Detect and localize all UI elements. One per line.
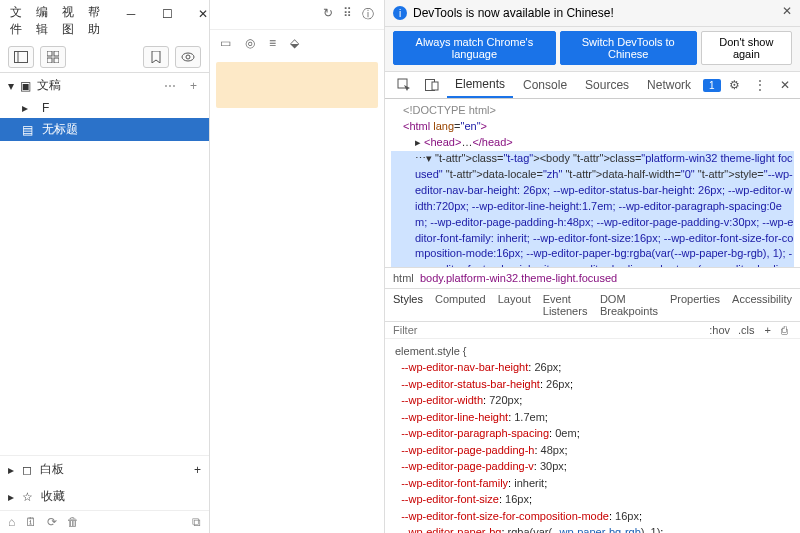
favorites-label: 收藏 [41,488,65,505]
switch-chinese-button[interactable]: Switch DevTools to Chinese [560,31,697,65]
menu-bar: 文件 编辑 视图 帮助 ─ ☐ ✕ [0,0,209,42]
sidebar-footer: ▸ ◻ 白板 + ▸ ☆ 收藏 ⌂ 🗓 ⟳ 🗑 ⧉ [0,455,209,533]
menu-help[interactable]: 帮助 [88,4,100,38]
dom-head[interactable]: ▸ <head>…</head> [391,135,794,151]
editor-mode-icons: ▭ ◎ ≡ ⬙ [210,30,384,56]
status-chart-icon[interactable]: ⧉ [192,515,201,529]
svg-rect-2 [47,51,52,56]
breadcrumb-html[interactable]: html [393,272,414,284]
dont-show-again-button[interactable]: Don't show again [701,31,792,65]
toolbar-eye-icon[interactable] [175,46,201,68]
hov-toggle[interactable]: :hov [705,324,734,336]
tree-item-selected[interactable]: ▤ 无标题 [0,118,209,141]
tab-elements[interactable]: Elements [447,72,513,98]
dom-tree[interactable]: <!DOCTYPE html> <html lang="en"> ▸ <head… [385,99,800,267]
camera-icon[interactable]: ◎ [245,36,255,50]
add-board-button[interactable]: + [194,463,201,477]
css-declaration[interactable]: --wp-editor-paragraph-spacing: 0em; [395,425,790,442]
menu-file[interactable]: 文件 [10,4,22,38]
app-sidebar: 文件 编辑 视图 帮助 ─ ☐ ✕ ▾ ▣ 文稿 ⋯ + ▸ F ▤ 无标题 [0,0,210,533]
tab-dom-breakpoints[interactable]: DOM Breakpoints [600,293,658,317]
doc-icon: ▸ [22,101,36,115]
tab-properties[interactable]: Properties [670,293,720,317]
dom-doctype[interactable]: <!DOCTYPE html> [391,103,794,119]
tab-console[interactable]: Console [515,73,575,97]
refresh-icon[interactable]: ↻ [323,6,333,23]
css-declaration[interactable]: --wp-editor-nav-bar-height: 26px; [395,359,790,376]
css-declaration[interactable]: --wp-editor-font-size: 16px; [395,491,790,508]
css-declaration[interactable]: --wp-editor-status-bar-height: 26px; [395,376,790,393]
map-icon[interactable]: ⬙ [290,36,299,50]
dom-breadcrumb[interactable]: html body.platform-win32.theme-light.foc… [385,267,800,289]
close-icon[interactable]: ✕ [782,4,792,18]
css-declaration[interactable]: --wp-editor-paper-bg: rgba(var(--wp-pape… [395,524,790,533]
banner-text: DevTools is now available in Chinese! [413,6,614,20]
list-icon[interactable]: ≡ [269,36,276,50]
tree-item-label: F [42,101,49,115]
svg-rect-4 [47,58,52,63]
svg-rect-0 [15,52,28,63]
tree-item-label: 无标题 [42,121,78,138]
css-declaration[interactable]: --wp-editor-page-padding-v: 30px; [395,458,790,475]
close-icon[interactable]: ✕ [774,74,796,96]
tab-event-listeners[interactable]: Event Listeners [543,293,588,317]
tab-styles[interactable]: Styles [393,293,423,317]
breadcrumb-body[interactable]: body.platform-win32.theme-light.focused [420,272,617,284]
board-section[interactable]: ▸ ◻ 白板 + [0,456,209,483]
info-icon[interactable]: ⓘ [362,6,374,23]
kebab-icon[interactable]: ⋮ [748,74,772,96]
docs-section-header[interactable]: ▾ ▣ 文稿 ⋯ + [0,73,209,98]
devtools-language-banner: i DevTools is now available in Chinese! … [385,0,800,27]
add-doc-button[interactable]: + [186,79,201,93]
add-rule-icon[interactable]: + [759,324,777,336]
tab-network[interactable]: Network [639,73,699,97]
status-calendar-icon[interactable]: 🗓 [25,515,37,529]
tab-layout[interactable]: Layout [498,293,531,317]
tree-item[interactable]: ▸ F [0,98,209,118]
more-icon[interactable]: ⋯ [160,79,180,93]
styles-menu-icon[interactable]: ⎙ [777,324,792,336]
status-bar: ⌂ 🗓 ⟳ 🗑 ⧉ [0,510,209,533]
dom-html[interactable]: <html lang="en"> [391,119,794,135]
note-icon[interactable]: ▭ [220,36,231,50]
window-minimize[interactable]: ─ [114,4,148,24]
css-declaration[interactable]: --wp-editor-line-height: 1.7em; [395,409,790,426]
toolbar-sidebar-icon[interactable] [8,46,34,68]
toolbar-grid-icon[interactable] [40,46,66,68]
tab-computed[interactable]: Computed [435,293,486,317]
status-tag-icon[interactable]: ⌂ [8,515,15,529]
toolbar-bookmark-icon[interactable] [143,46,169,68]
tab-sources[interactable]: Sources [577,73,637,97]
menu-view[interactable]: 视图 [62,4,74,38]
svg-point-6 [182,53,194,61]
styles-filter-input[interactable] [393,324,705,336]
css-declaration[interactable]: --wp-editor-page-padding-h: 48px; [395,442,790,459]
dom-body-selected[interactable]: ⋯▾ "t-attr">class="t-tag"><body "t-attr"… [391,151,794,267]
css-declaration[interactable]: --wp-editor-font-family: inherit; [395,475,790,492]
svg-rect-10 [432,82,438,90]
doc-icon: ▤ [22,123,36,137]
issues-badge[interactable]: 1 [703,79,721,92]
devtools-tabs: Elements Console Sources Network 1 ⚙ ⋮ ✕ [385,72,800,99]
tab-accessibility[interactable]: Accessibility [732,293,792,317]
favorites-section[interactable]: ▸ ☆ 收藏 [0,483,209,510]
inspect-icon[interactable] [391,74,417,96]
css-declaration[interactable]: --wp-editor-width: 720px; [395,392,790,409]
board-icon: ◻ [22,463,32,477]
match-language-button[interactable]: Always match Chrome's language [393,31,556,65]
menu-edit[interactable]: 编辑 [36,4,48,38]
styles-body[interactable]: element.style { --wp-editor-nav-bar-heig… [385,339,800,533]
status-trash-icon[interactable]: 🗑 [67,515,79,529]
folder-icon: ▣ [20,79,31,93]
note-card[interactable] [216,62,378,108]
cls-toggle[interactable]: .cls [734,324,759,336]
gear-icon[interactable]: ⚙ [723,74,746,96]
apps-icon[interactable]: ⠿ [343,6,352,23]
css-declaration[interactable]: --wp-editor-font-size-for-composition-mo… [395,508,790,525]
style-selector[interactable]: element.style { [395,343,790,360]
chevron-right-icon: ▸ [8,463,14,477]
editor-pane: ↻ ⠿ ⓘ ▭ ◎ ≡ ⬙ [210,0,385,533]
device-toggle-icon[interactable] [419,75,445,95]
window-maximize[interactable]: ☐ [150,4,184,24]
status-sync-icon[interactable]: ⟳ [47,515,57,529]
